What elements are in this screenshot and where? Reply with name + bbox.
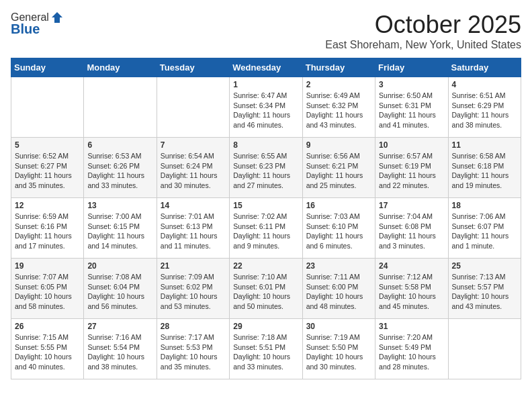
calendar-cell [448, 319, 521, 379]
day-info: Sunrise: 7:20 AMSunset: 5:49 PMDaylight:… [379, 333, 436, 371]
calendar-cell [11, 77, 84, 138]
calendar-cell: 15Sunrise: 7:02 AMSunset: 6:11 PMDayligh… [230, 198, 302, 259]
day-number: 3 [379, 80, 444, 89]
day-number: 2 [306, 80, 371, 89]
day-info: Sunrise: 7:16 AMSunset: 5:54 PMDaylight:… [87, 333, 144, 371]
day-number: 10 [379, 140, 444, 150]
day-info: Sunrise: 7:10 AMSunset: 6:01 PMDaylight:… [233, 273, 290, 310]
calendar-cell: 21Sunrise: 7:09 AMSunset: 6:02 PMDayligh… [157, 259, 229, 319]
calendar-cell: 4Sunrise: 6:51 AMSunset: 6:29 PMDaylight… [448, 77, 521, 138]
day-info: Sunrise: 6:56 AMSunset: 6:21 PMDaylight:… [306, 152, 363, 189]
day-info: Sunrise: 6:53 AMSunset: 6:26 PMDaylight:… [87, 152, 144, 189]
day-number: 13 [87, 201, 152, 210]
day-number: 14 [161, 201, 226, 210]
page-header: General Blue October 2025 East Shoreham,… [11, 11, 521, 51]
day-number: 11 [452, 140, 517, 150]
day-number: 22 [233, 261, 298, 271]
day-info: Sunrise: 7:06 AMSunset: 6:07 PMDaylight:… [452, 212, 509, 250]
day-info: Sunrise: 7:02 AMSunset: 6:11 PMDaylight:… [233, 212, 290, 250]
day-number: 9 [306, 140, 371, 150]
day-info: Sunrise: 6:58 AMSunset: 6:18 PMDaylight:… [452, 152, 509, 189]
calendar-cell: 10Sunrise: 6:57 AMSunset: 6:19 PMDayligh… [375, 138, 448, 198]
calendar-cell [84, 77, 157, 138]
day-info: Sunrise: 7:12 AMSunset: 5:58 PMDaylight:… [379, 273, 436, 310]
day-header-thursday: Thursday [302, 58, 375, 77]
calendar-cell: 30Sunrise: 7:19 AMSunset: 5:50 PMDayligh… [302, 319, 375, 379]
calendar-cell: 26Sunrise: 7:15 AMSunset: 5:55 PMDayligh… [11, 319, 84, 379]
day-info: Sunrise: 6:59 AMSunset: 6:16 PMDaylight:… [15, 212, 72, 250]
day-info: Sunrise: 7:09 AMSunset: 6:02 PMDaylight:… [161, 273, 218, 310]
day-info: Sunrise: 6:49 AMSunset: 6:32 PMDaylight:… [306, 91, 363, 129]
day-number: 28 [161, 322, 226, 331]
calendar-cell: 16Sunrise: 7:03 AMSunset: 6:10 PMDayligh… [302, 198, 375, 259]
day-number: 31 [379, 322, 444, 331]
day-info: Sunrise: 7:03 AMSunset: 6:10 PMDaylight:… [306, 212, 363, 250]
calendar-table: SundayMondayTuesdayWednesdayThursdayFrid… [11, 58, 521, 379]
day-header-tuesday: Tuesday [157, 58, 229, 77]
calendar-cell: 2Sunrise: 6:49 AMSunset: 6:32 PMDaylight… [302, 77, 375, 138]
calendar-cell: 17Sunrise: 7:04 AMSunset: 6:08 PMDayligh… [375, 198, 448, 259]
calendar-cell [157, 77, 229, 138]
day-info: Sunrise: 6:52 AMSunset: 6:27 PMDaylight:… [15, 152, 72, 189]
calendar-cell: 8Sunrise: 6:55 AMSunset: 6:23 PMDaylight… [230, 138, 302, 198]
day-number: 8 [233, 140, 298, 150]
calendar-cell: 1Sunrise: 6:47 AMSunset: 6:34 PMDaylight… [230, 77, 302, 138]
logo-blue-text: Blue [11, 21, 40, 37]
day-number: 19 [15, 261, 80, 271]
location: East Shoreham, New York, United States [325, 39, 521, 51]
day-info: Sunrise: 6:55 AMSunset: 6:23 PMDaylight:… [233, 152, 290, 189]
calendar-week-row: 1Sunrise: 6:47 AMSunset: 6:34 PMDaylight… [11, 77, 521, 138]
day-header-sunday: Sunday [11, 58, 84, 77]
calendar-cell: 24Sunrise: 7:12 AMSunset: 5:58 PMDayligh… [375, 259, 448, 319]
day-info: Sunrise: 7:17 AMSunset: 5:53 PMDaylight:… [161, 333, 218, 371]
title-block: October 2025 East Shoreham, New York, Un… [325, 11, 521, 51]
day-number: 15 [233, 201, 298, 210]
day-info: Sunrise: 7:01 AMSunset: 6:13 PMDaylight:… [161, 212, 218, 250]
calendar-cell: 23Sunrise: 7:11 AMSunset: 6:00 PMDayligh… [302, 259, 375, 319]
day-info: Sunrise: 7:19 AMSunset: 5:50 PMDaylight:… [306, 333, 363, 371]
day-info: Sunrise: 7:00 AMSunset: 6:15 PMDaylight:… [87, 212, 144, 250]
calendar-header-row: SundayMondayTuesdayWednesdayThursdayFrid… [11, 58, 521, 77]
day-info: Sunrise: 6:54 AMSunset: 6:24 PMDaylight:… [161, 152, 218, 189]
calendar-cell: 22Sunrise: 7:10 AMSunset: 6:01 PMDayligh… [230, 259, 302, 319]
day-number: 1 [233, 80, 298, 89]
day-number: 21 [161, 261, 226, 271]
calendar-cell: 13Sunrise: 7:00 AMSunset: 6:15 PMDayligh… [84, 198, 157, 259]
calendar-cell: 12Sunrise: 6:59 AMSunset: 6:16 PMDayligh… [11, 198, 84, 259]
day-number: 30 [306, 322, 371, 331]
logo-icon [50, 11, 64, 24]
day-number: 17 [379, 201, 444, 210]
calendar-cell: 19Sunrise: 7:07 AMSunset: 6:05 PMDayligh… [11, 259, 84, 319]
calendar-cell: 3Sunrise: 6:50 AMSunset: 6:31 PMDaylight… [375, 77, 448, 138]
day-number: 25 [452, 261, 517, 271]
day-number: 16 [306, 201, 371, 210]
calendar-cell: 6Sunrise: 6:53 AMSunset: 6:26 PMDaylight… [84, 138, 157, 198]
calendar-cell: 11Sunrise: 6:58 AMSunset: 6:18 PMDayligh… [448, 138, 521, 198]
day-header-saturday: Saturday [448, 58, 521, 77]
day-header-friday: Friday [375, 58, 448, 77]
month-title: October 2025 [325, 11, 521, 39]
day-info: Sunrise: 6:47 AMSunset: 6:34 PMDaylight:… [233, 91, 290, 129]
day-number: 29 [233, 322, 298, 331]
calendar-week-row: 26Sunrise: 7:15 AMSunset: 5:55 PMDayligh… [11, 319, 521, 379]
calendar-cell: 31Sunrise: 7:20 AMSunset: 5:49 PMDayligh… [375, 319, 448, 379]
day-info: Sunrise: 7:07 AMSunset: 6:05 PMDaylight:… [15, 273, 72, 310]
day-info: Sunrise: 6:50 AMSunset: 6:31 PMDaylight:… [379, 91, 436, 129]
day-info: Sunrise: 7:18 AMSunset: 5:51 PMDaylight:… [233, 333, 290, 371]
day-info: Sunrise: 6:57 AMSunset: 6:19 PMDaylight:… [379, 152, 436, 189]
day-number: 18 [452, 201, 517, 210]
calendar-cell: 9Sunrise: 6:56 AMSunset: 6:21 PMDaylight… [302, 138, 375, 198]
day-number: 24 [379, 261, 444, 271]
calendar-cell: 7Sunrise: 6:54 AMSunset: 6:24 PMDaylight… [157, 138, 229, 198]
calendar-cell: 14Sunrise: 7:01 AMSunset: 6:13 PMDayligh… [157, 198, 229, 259]
calendar-cell: 18Sunrise: 7:06 AMSunset: 6:07 PMDayligh… [448, 198, 521, 259]
calendar-week-row: 12Sunrise: 6:59 AMSunset: 6:16 PMDayligh… [11, 198, 521, 259]
calendar-cell: 5Sunrise: 6:52 AMSunset: 6:27 PMDaylight… [11, 138, 84, 198]
day-header-monday: Monday [84, 58, 157, 77]
day-number: 26 [15, 322, 80, 331]
logo: General Blue [11, 11, 64, 37]
calendar-cell: 27Sunrise: 7:16 AMSunset: 5:54 PMDayligh… [84, 319, 157, 379]
day-number: 20 [87, 261, 152, 271]
calendar-week-row: 19Sunrise: 7:07 AMSunset: 6:05 PMDayligh… [11, 259, 521, 319]
day-info: Sunrise: 7:11 AMSunset: 6:00 PMDaylight:… [306, 273, 363, 310]
